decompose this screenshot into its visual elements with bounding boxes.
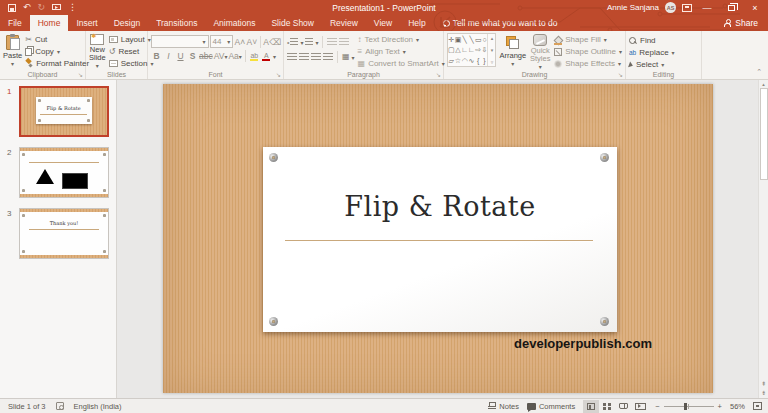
paste-button[interactable]: Paste ▾ (3, 33, 22, 69)
font-color-button[interactable]: A (261, 50, 272, 62)
justify-icon[interactable] (323, 53, 333, 61)
shrink-font-button[interactable]: A˅ (246, 36, 257, 48)
columns-icon[interactable]: ▦ (342, 53, 350, 61)
character-spacing-button[interactable]: AV▾ (214, 50, 228, 62)
tab-file[interactable]: File (0, 15, 30, 31)
shape-icon[interactable]: ∟ (468, 46, 475, 53)
slide-2-thumbnail[interactable] (19, 147, 109, 198)
text-direction-button[interactable]: ↕Text Direction▾ (358, 34, 445, 45)
shape-icon[interactable]: ∿ (469, 57, 475, 64)
clear-formatting-button[interactable]: A⌫ (264, 36, 280, 48)
ribbon-display-options-icon[interactable] (682, 4, 692, 12)
copy-button[interactable]: Copy▾ (25, 46, 89, 57)
slide-title-text[interactable]: Flip & Rotate (263, 191, 617, 222)
reading-view-button[interactable] (615, 400, 631, 413)
slide-indicator[interactable]: Slide 1 of 3 (8, 402, 46, 411)
share-button[interactable]: Share (714, 15, 768, 31)
title-placeholder-card[interactable]: Flip & Rotate (263, 147, 617, 332)
replace-button[interactable]: abReplace▾ (629, 47, 698, 58)
font-dialog-launcher[interactable]: ↘ (276, 72, 281, 78)
notes-button[interactable]: Notes (488, 402, 519, 411)
zoom-out-button[interactable]: − (655, 402, 659, 411)
reset-button[interactable]: ↺Reset (109, 46, 154, 57)
tell-me-box[interactable]: Tell me what you want to do (434, 15, 566, 31)
drawing-dialog-launcher[interactable]: ↘ (618, 72, 623, 78)
shape-icon[interactable]: ▢ (448, 46, 455, 53)
bullets-icon[interactable]: • (287, 39, 289, 46)
format-painter-button[interactable]: Format Painter (25, 58, 89, 69)
collapse-ribbon-button[interactable]: ⌃ (756, 68, 762, 76)
bold-button[interactable]: B (151, 50, 162, 62)
shape-icon[interactable]: ▭ (475, 36, 482, 43)
tab-view[interactable]: View (366, 15, 400, 31)
shape-icon[interactable]: △ (455, 46, 460, 53)
shapes-scroll-down[interactable]: ▾ (491, 47, 494, 53)
text-highlight-button[interactable]: ab (249, 50, 260, 62)
select-button[interactable]: Select▾ (629, 59, 698, 70)
shape-icon[interactable]: ▱ (449, 57, 454, 64)
italic-button[interactable]: I (163, 50, 174, 62)
previous-slide-button[interactable]: ⇞ (761, 380, 766, 387)
convert-smartart-button[interactable]: ▦Convert to SmartArt▾ (358, 58, 445, 69)
clipboard-dialog-launcher[interactable]: ↘ (78, 72, 83, 78)
cut-button[interactable]: ✂Cut (25, 34, 89, 45)
shapes-gallery[interactable]: ✛ ▣ ╲ ╲ ▭ ○ ▢ △ ∟ ∟ ⇨ ⇩ ▱ ☆ ◠ ∿ { (447, 33, 496, 67)
slide-show-button[interactable] (631, 400, 647, 413)
normal-view-button[interactable] (583, 400, 599, 413)
shape-icon[interactable]: { (477, 57, 479, 64)
tab-home[interactable]: Home (30, 15, 69, 31)
fit-to-window-icon[interactable] (753, 402, 762, 410)
quick-styles-button[interactable]: Quick Styles ▾ (529, 33, 551, 69)
font-name-combo[interactable]: ▾ (151, 35, 209, 48)
next-slide-button[interactable]: ⇟ (761, 389, 766, 396)
shapes-scroll-up[interactable]: ▴ (491, 35, 494, 41)
slide-canvas[interactable]: Flip & Rotate developerpublish.com (163, 84, 713, 393)
slide-3-thumbnail[interactable]: Thank you! (19, 208, 109, 259)
shapes-more-button[interactable]: ▿ (491, 59, 494, 65)
section-button[interactable]: Section▾ (109, 58, 154, 69)
zoom-in-button[interactable]: + (718, 402, 722, 411)
tab-animations[interactable]: Animations (205, 15, 263, 31)
find-button[interactable]: Find (629, 35, 698, 46)
shape-outline-button[interactable]: Shape Outline▾ (554, 46, 622, 57)
accessibility-checker-icon[interactable] (56, 402, 64, 410)
shape-icon[interactable]: ✛ (448, 36, 454, 43)
layout-button[interactable]: Layout▾ (109, 34, 154, 45)
decrease-indent-icon[interactable] (327, 38, 337, 46)
tab-help[interactable]: Help (400, 15, 433, 31)
comments-button[interactable]: Comments (527, 402, 575, 411)
shape-icon[interactable]: ╲ (463, 36, 467, 43)
align-left-icon[interactable] (287, 53, 297, 61)
paragraph-dialog-launcher[interactable]: ↘ (436, 72, 441, 78)
scroll-up-arrow[interactable]: ▴ (762, 80, 765, 88)
slide-sorter-button[interactable] (599, 400, 615, 413)
slide-1-thumbnail[interactable]: Flip & Rotate (19, 86, 109, 137)
tab-transitions[interactable]: Transitions (148, 15, 205, 31)
font-size-combo[interactable]: 44▾ (210, 35, 234, 48)
language-indicator[interactable]: English (India) (74, 402, 122, 411)
shape-icon[interactable]: ∟ (461, 46, 468, 53)
increase-indent-icon[interactable] (339, 38, 349, 46)
align-center-icon[interactable] (299, 53, 309, 61)
zoom-slider[interactable] (664, 406, 714, 407)
tab-design[interactable]: Design (106, 15, 148, 31)
scrollbar-thumb[interactable] (760, 88, 768, 180)
arrange-button[interactable]: Arrange ▾ (499, 33, 526, 69)
tab-insert[interactable]: Insert (68, 15, 105, 31)
zoom-percentage[interactable]: 56% (730, 402, 745, 411)
shape-icon[interactable]: ╲ (469, 36, 473, 43)
grow-font-button[interactable]: A˄ (234, 36, 245, 48)
shape-icon[interactable]: ☆ (455, 57, 461, 64)
shape-icon[interactable]: ⇨ (475, 46, 481, 53)
shape-fill-button[interactable]: Shape Fill▾ (554, 34, 622, 45)
shape-icon[interactable]: ◠ (462, 57, 468, 64)
shape-icon[interactable]: } (483, 57, 485, 64)
tab-slide-show[interactable]: Slide Show (263, 15, 322, 31)
tab-review[interactable]: Review (322, 15, 366, 31)
align-right-icon[interactable] (311, 53, 321, 61)
text-shadow-button[interactable]: S (187, 50, 198, 62)
change-case-button[interactable]: Aa▾ (228, 50, 241, 62)
vertical-scrollbar[interactable]: ▴ ⇞ ⇟ (758, 80, 768, 398)
strikethrough-button[interactable]: abc (199, 50, 213, 62)
shape-icon[interactable]: ▣ (455, 36, 462, 43)
